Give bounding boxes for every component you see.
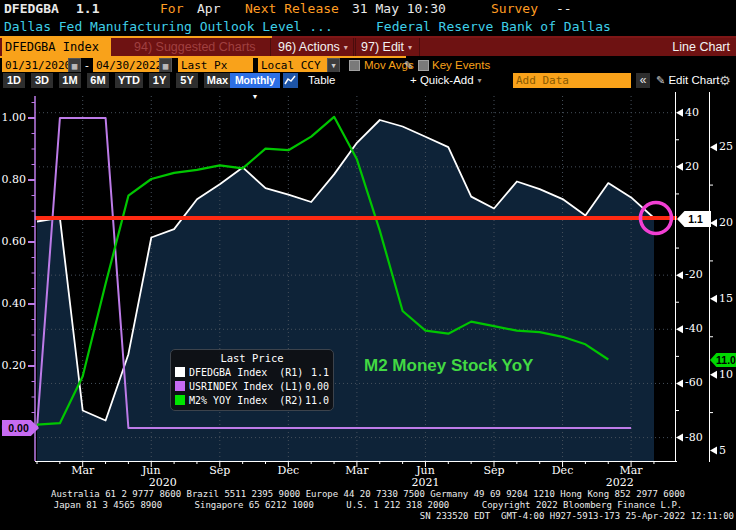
footer-copyright-line: Japan 81 3 4565 8900 Singapore 65 6212 1…: [0, 500, 736, 511]
gear-icon[interactable]: ⚙: [719, 73, 731, 88]
axis-tick-label: -40: [685, 323, 703, 335]
quick-add-button[interactable]: + Quick-Add▾: [410, 73, 482, 88]
line-chart-icon[interactable]: [283, 73, 298, 88]
legend-series-name: M2% YOY Index (R2): [189, 395, 305, 406]
caret-down-icon: ▼: [252, 93, 259, 100]
axis-tick-label: 0.60: [0, 236, 26, 248]
security-summary-bar: DFEDGBA 1.1 For Apr Next Release 31 May …: [0, 0, 736, 18]
legend-item[interactable]: USRINDEX Index (L1)0.00: [175, 379, 329, 393]
footer-terminal-info-line: SN 233520 EDT GMT-4:00 H927-5913-173 25-…: [0, 511, 736, 522]
axis-tick-label: 5: [719, 445, 726, 457]
chart-toolbar: 1D3D1M6MYTD1Y5YMax Monthly ▼ Table + Qui…: [0, 72, 736, 90]
currency-selector[interactable]: Local CCY: [258, 58, 329, 73]
add-data-input[interactable]: [513, 73, 631, 88]
next-release-value: 31 May 10:30: [352, 1, 446, 16]
pencil-icon: ✎: [656, 74, 665, 86]
axis-tick-label: 2021: [408, 477, 442, 489]
menu-edit[interactable]: 97) Edit▾: [353, 38, 420, 56]
security-description-bar: Dallas Fed Manufacturing Outlook Level .…: [0, 18, 736, 36]
axis-tick-label: 0.40: [0, 298, 26, 310]
calendar-icon[interactable]: ▦: [159, 58, 172, 73]
axis-tick-label: Dec: [273, 465, 303, 477]
axis-tick-label: 15: [719, 293, 733, 305]
security-description: Dallas Fed Manufacturing Outlook Level .…: [4, 19, 333, 34]
period-button-5y[interactable]: 5Y: [176, 73, 198, 88]
key-events-checkbox[interactable]: [418, 60, 429, 71]
axis-tick-label: 10: [719, 369, 733, 381]
axis-tick-label: 0.80: [0, 174, 26, 186]
caret-down-icon: ▾: [340, 43, 348, 52]
period-button-1d[interactable]: 1D: [3, 73, 25, 88]
axis-tick-label: 2020: [146, 477, 180, 489]
axis-tick-label: 20: [685, 161, 699, 173]
axis-tick-label: 0.20: [0, 360, 26, 372]
axis-tick-label: Mar: [342, 465, 372, 477]
date-range-dash: -: [85, 58, 89, 73]
axis-tick-label: 20: [719, 217, 733, 229]
legend-item[interactable]: DFEDGBA Index (R1)1.1: [175, 365, 329, 379]
caret-down-icon: ▾: [474, 76, 482, 85]
for-value: Apr: [197, 1, 220, 16]
period-button-ytd[interactable]: YTD: [115, 73, 143, 88]
axis-tick-label: 25: [719, 141, 733, 153]
security-source: Federal Reserve Bank of Dallas: [376, 19, 611, 34]
price-field-selector[interactable]: Last Px: [178, 58, 253, 73]
axis-tick-label: Sep: [205, 465, 235, 477]
period-button-max[interactable]: Max: [204, 73, 231, 88]
survey-value: --: [556, 1, 572, 16]
frequency-dropdown[interactable]: Monthly ▼: [230, 73, 280, 88]
date-from-field[interactable]: 01/31/2020: [2, 58, 69, 73]
menu-actions[interactable]: 96) Actions▾: [270, 38, 356, 56]
survey-label: Survey: [491, 1, 538, 16]
legend-title: Last Price: [175, 352, 329, 364]
pencil-icon[interactable]: ✎: [404, 58, 413, 73]
calendar-icon[interactable]: ▦: [68, 58, 81, 73]
footer-contact-line: Australia 61 2 9777 8600 Brazil 5511 239…: [0, 489, 736, 500]
caret-down-icon[interactable]: ▼: [327, 58, 340, 73]
legend-swatch: [175, 395, 185, 405]
period-button-1m[interactable]: 1M: [59, 73, 81, 88]
edit-chart-button[interactable]: ✎ Edit Chart: [656, 73, 720, 88]
caret-down-icon: ▾: [404, 43, 412, 52]
collapse-icon[interactable]: «: [636, 73, 650, 88]
axis-tick-label: Sep: [479, 465, 509, 477]
mov-avgs-checkbox[interactable]: [349, 60, 360, 71]
legend-series-value: 1.1: [311, 367, 329, 378]
menu-suggested-charts[interactable]: 94) Suggested Charts: [134, 38, 256, 56]
chart-text-annotation[interactable]: M2 Money Stock YoY: [364, 356, 533, 376]
legend-series-value: 11.0: [305, 395, 329, 406]
legend-series-name: USRINDEX Index (L1): [189, 381, 305, 392]
legend-swatch: [175, 367, 185, 377]
axis-tick-label: -60: [685, 377, 703, 389]
axis-tick-label: 2022: [603, 477, 637, 489]
period-button-1y[interactable]: 1Y: [149, 73, 170, 88]
security-field[interactable]: DFEDGBA Index: [2, 38, 111, 56]
key-events-label: Key Events: [432, 58, 490, 73]
legend-item[interactable]: M2% YOY Index (R2)11.0: [175, 393, 329, 407]
legend-series-name: DFEDGBA Index (R1): [189, 367, 311, 378]
legend-swatch: [175, 381, 185, 391]
ticker-last-value: 1.1: [76, 1, 99, 16]
ticker: DFEDGBA: [4, 1, 59, 16]
chart-type-label: Line Chart: [672, 38, 730, 56]
date-to-field[interactable]: 04/30/2022: [93, 58, 160, 73]
axis-tick-label: -80: [685, 432, 703, 444]
chart-menubar: DFEDGBA Index 94) Suggested Charts 96) A…: [0, 36, 736, 58]
table-button[interactable]: Table: [308, 73, 336, 88]
axis-tick-label: Dec: [548, 465, 578, 477]
for-label: For: [160, 1, 183, 16]
axis-tick-label: Mar: [68, 465, 98, 477]
axis-tick-label: 1.00: [0, 112, 26, 124]
axis-tick-label: 40: [685, 107, 699, 119]
period-button-6m[interactable]: 6M: [87, 73, 109, 88]
legend-series-value: 0.00: [305, 381, 329, 392]
chart-settings-bar: 01/31/2020 ▦ - 04/30/2022 ▦ Last Px Loca…: [0, 58, 736, 73]
next-release-label: Next Release: [245, 1, 339, 16]
axis-tick-label: -20: [685, 269, 703, 281]
chart-legend[interactable]: Last Price DFEDGBA Index (R1)1.1USRINDEX…: [170, 349, 334, 411]
period-button-3d[interactable]: 3D: [31, 73, 53, 88]
